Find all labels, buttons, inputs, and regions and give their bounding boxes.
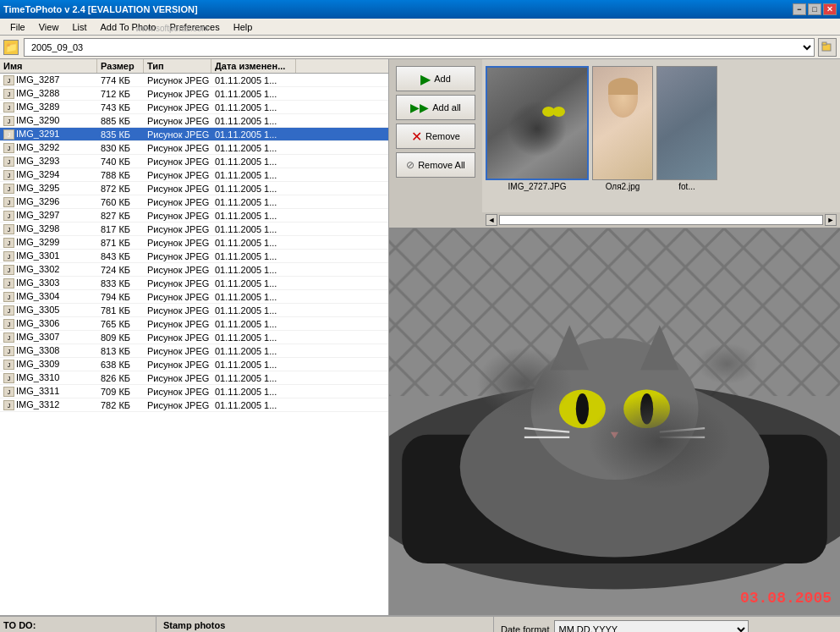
file-icon: J xyxy=(3,400,14,410)
file-type-cell: Рисунок JPEG xyxy=(144,319,211,329)
file-icon: J xyxy=(3,387,14,397)
add-all-label: Add all xyxy=(432,102,461,113)
file-row[interactable]: JIMG_3311 709 КБ Рисунок JPEG 01.11.2005… xyxy=(0,385,388,398)
file-icon: J xyxy=(3,89,14,99)
thumbnail-item[interactable]: Оля2.jpg xyxy=(592,66,653,206)
file-date-cell: 01.11.2005 1... xyxy=(211,102,296,113)
file-row[interactable]: JIMG_3310 826 КБ Рисунок JPEG 01.11.2005… xyxy=(0,371,388,385)
file-row[interactable]: JIMG_3291 835 КБ Рисунок JPEG 01.11.2005… xyxy=(0,128,388,141)
file-row[interactable]: JIMG_3299 871 КБ Рисунок JPEG 01.11.2005… xyxy=(0,236,388,250)
thumbnail-item[interactable]: fot... xyxy=(656,66,717,206)
file-name-cell: JIMG_3302 xyxy=(0,264,97,275)
file-row[interactable]: JIMG_3290 885 КБ Рисунок JPEG 01.11.2005… xyxy=(0,114,388,128)
file-icon: J xyxy=(3,197,14,207)
file-date-cell: 01.11.2005 1... xyxy=(211,332,296,343)
file-row[interactable]: JIMG_3292 830 КБ Рисунок JPEG 01.11.2005… xyxy=(0,141,388,155)
menu-view[interactable]: View xyxy=(32,20,66,34)
file-row[interactable]: JIMG_3296 760 КБ Рисунок JPEG 01.11.2005… xyxy=(0,195,388,209)
file-row[interactable]: JIMG_3287 774 КБ Рисунок JPEG 01.11.2005… xyxy=(0,74,388,87)
add-button[interactable]: ▶ Add xyxy=(396,66,475,91)
column-header-date[interactable]: Дата изменен... xyxy=(211,59,296,73)
browse-button[interactable] xyxy=(818,38,837,57)
column-header-size[interactable]: Размер xyxy=(97,59,144,73)
file-row[interactable]: JIMG_3302 724 КБ Рисунок JPEG 01.11.2005… xyxy=(0,263,388,277)
file-name-cell: JIMG_3299 xyxy=(0,237,97,248)
date-format-select[interactable]: MM.DD.YYYY DD.MM.YYYY YYYY.MM.DD DD/MM/Y… xyxy=(554,620,749,632)
file-size-cell: 781 КБ xyxy=(97,305,144,316)
file-size-cell: 843 КБ xyxy=(97,251,144,261)
date-format-label: Date format xyxy=(501,624,549,632)
file-date-cell: 01.11.2005 1... xyxy=(211,143,296,153)
menu-preferences[interactable]: Preferences xyxy=(162,20,226,34)
file-name-cell: JIMG_3289 xyxy=(0,102,97,113)
file-row[interactable]: JIMG_3301 843 КБ Рисунок JPEG 01.11.2005… xyxy=(0,250,388,263)
file-icon: J xyxy=(3,224,14,234)
file-icon: J xyxy=(3,265,14,275)
file-size-cell: 774 КБ xyxy=(97,75,144,85)
file-date-cell: 01.11.2005 1... xyxy=(211,360,296,370)
file-row[interactable]: JIMG_3309 638 КБ Рисунок JPEG 01.11.2005… xyxy=(0,358,388,371)
file-date-cell: 01.11.2005 1... xyxy=(211,305,296,316)
date-stamp: 03.08.2005 xyxy=(740,590,832,607)
file-row[interactable]: JIMG_3308 813 КБ Рисунок JPEG 01.11.2005… xyxy=(0,344,388,358)
file-icon: J xyxy=(3,211,14,221)
file-row[interactable]: JIMG_3297 827 КБ Рисунок JPEG 01.11.2005… xyxy=(0,209,388,223)
file-icon: J xyxy=(3,143,14,153)
file-name-cell: JIMG_3290 xyxy=(0,115,97,126)
thumb-scroll-left[interactable]: ◄ xyxy=(486,214,497,226)
file-date-cell: 01.11.2005 1... xyxy=(211,251,296,261)
file-row[interactable]: JIMG_3306 765 КБ Рисунок JPEG 01.11.2005… xyxy=(0,317,388,331)
file-row[interactable]: JIMG_3305 781 КБ Рисунок JPEG 01.11.2005… xyxy=(0,304,388,317)
minimize-button[interactable]: − xyxy=(793,3,806,15)
remove-all-label: Remove All xyxy=(418,160,465,170)
file-row[interactable]: JIMG_3303 833 КБ Рисунок JPEG 01.11.2005… xyxy=(0,277,388,290)
file-name-cell: JIMG_3310 xyxy=(0,372,97,383)
remove-button[interactable]: ✕ Remove xyxy=(396,124,475,149)
file-size-cell: 743 КБ xyxy=(97,102,144,113)
file-row[interactable]: JIMG_3298 817 КБ Рисунок JPEG 01.11.2005… xyxy=(0,223,388,236)
thumbnail-item[interactable]: IMG_2727.JPG xyxy=(486,66,589,206)
thumb-scroll-right[interactable]: ► xyxy=(825,214,837,226)
file-row[interactable]: JIMG_3294 788 КБ Рисунок JPEG 01.11.2005… xyxy=(0,168,388,182)
file-type-cell: Рисунок JPEG xyxy=(144,143,211,153)
menu-list[interactable]: List xyxy=(65,20,93,34)
file-size-cell: 809 КБ xyxy=(97,332,144,343)
folder-path-dropdown[interactable]: 2005_09_03 xyxy=(24,38,815,57)
file-date-cell: 01.11.2005 1... xyxy=(211,157,296,167)
add-all-button[interactable]: ▶▶ Add all xyxy=(396,95,475,120)
menu-file[interactable]: File xyxy=(3,20,32,34)
file-type-cell: Рисунок JPEG xyxy=(144,75,211,85)
svg-point-8 xyxy=(460,376,770,557)
thumbnail-label-2: Оля2.jpg xyxy=(606,182,640,191)
file-row[interactable]: JIMG_3295 872 КБ Рисунок JPEG 01.11.2005… xyxy=(0,182,388,195)
file-date-cell: 01.11.2005 1... xyxy=(211,346,296,356)
file-row[interactable]: JIMG_3293 740 КБ Рисунок JPEG 01.11.2005… xyxy=(0,155,388,168)
file-name-cell: JIMG_3298 xyxy=(0,223,97,234)
file-row[interactable]: JIMG_3304 794 КБ Рисунок JPEG 01.11.2005… xyxy=(0,290,388,304)
add-icon: ▶ xyxy=(420,71,431,87)
maximize-button[interactable]: □ xyxy=(808,3,821,15)
svg-point-9 xyxy=(530,338,698,480)
file-row[interactable]: JIMG_3307 809 КБ Рисунок JPEG 01.11.2005… xyxy=(0,331,388,344)
menu-add-to-photo[interactable]: Add To Photo xyxy=(94,20,163,34)
close-button[interactable]: ✕ xyxy=(823,3,837,15)
file-row[interactable]: JIMG_3288 712 КБ Рисунок JPEG 01.11.2005… xyxy=(0,87,388,101)
file-icon: J xyxy=(3,360,14,370)
file-icon: J xyxy=(3,251,14,261)
column-header-type[interactable]: Тип xyxy=(144,59,211,73)
svg-marker-20 xyxy=(611,432,618,439)
column-header-name[interactable]: Имя xyxy=(0,59,97,73)
title-bar: TimeToPhoto v 2.4 [EVALUATION VERSION] −… xyxy=(0,0,840,19)
menu-help[interactable]: Help xyxy=(227,20,260,34)
file-row[interactable]: JIMG_3289 743 КБ Рисунок JPEG 01.11.2005… xyxy=(0,101,388,114)
file-name-cell: JIMG_3291 xyxy=(0,129,97,140)
file-list-body[interactable]: JIMG_3287 774 КБ Рисунок JPEG 01.11.2005… xyxy=(0,74,388,615)
thumbnail-image-3 xyxy=(656,66,717,180)
thumb-scrollbar[interactable] xyxy=(499,215,823,225)
remove-all-button[interactable]: ⊘ Remove All xyxy=(396,152,475,178)
file-row[interactable]: JIMG_3312 782 КБ Рисунок JPEG 01.11.2005… xyxy=(0,398,388,412)
action-buttons: ▶ Add ▶▶ Add all ✕ Remove ⊘ Remove All xyxy=(389,59,482,228)
thumbnail-label-1: IMG_2727.JPG xyxy=(508,182,567,191)
svg-rect-7 xyxy=(402,435,827,563)
file-size-cell: 817 КБ xyxy=(97,224,144,234)
